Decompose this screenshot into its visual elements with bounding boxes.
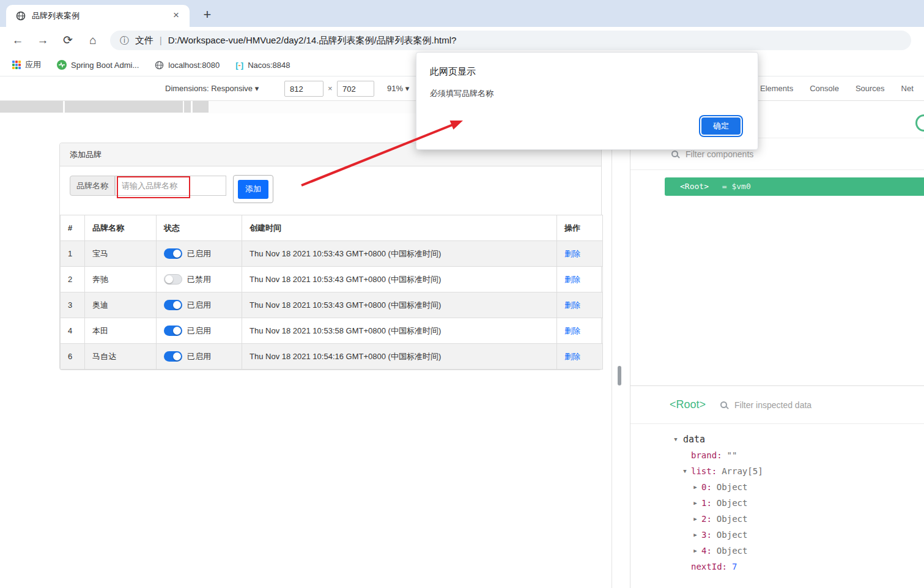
- bookmark-label: localhost:8080: [168, 61, 220, 70]
- browser-tab[interactable]: 品牌列表案例 ×: [6, 5, 190, 27]
- url-text: D:/Workspace-vue/HMVue2/day2/14.品牌列表案例/品…: [168, 35, 457, 47]
- dimensions-times-label: ×: [328, 84, 333, 93]
- zoom-dropdown[interactable]: 91% ▾: [387, 84, 409, 93]
- dialog-title: 此网页显示: [430, 66, 476, 78]
- viewport-height-input[interactable]: [337, 81, 374, 97]
- status-toggle[interactable]: [164, 351, 182, 362]
- bookmark-spring-boot-admin[interactable]: Spring Boot Admi...: [57, 60, 139, 70]
- brand-name: 奔驰: [85, 267, 157, 292]
- component-root-row[interactable]: <Root> = $vm0: [665, 177, 924, 196]
- devtools-panel: Elements Console Sources Net <Root> = $v…: [630, 76, 924, 588]
- inspector-pane: <Root> ▼data brand:"" ▼list:Array[5] ▶0:…: [630, 385, 924, 588]
- status-toggle[interactable]: [164, 326, 182, 336]
- created-time: Thu Nov 18 2021 10:53:43 GMT+0800 (中国标准时…: [242, 241, 557, 267]
- status-toggle[interactable]: [164, 300, 182, 310]
- created-time: Thu Nov 18 2021 10:53:43 GMT+0800 (中国标准时…: [242, 292, 557, 318]
- col-header-name: 品牌名称: [85, 215, 157, 241]
- browser-toolbar: ← → ⟳ ⌂ ⓘ 文件 | D:/Workspace-vue/HMVue2/d…: [0, 27, 924, 54]
- viewport-width-input[interactable]: [284, 81, 323, 97]
- new-tab-icon[interactable]: +: [198, 6, 216, 24]
- status-toggle[interactable]: [164, 248, 182, 259]
- disclosure-icon[interactable]: ▼: [681, 463, 689, 479]
- status-label: 已禁用: [187, 274, 211, 285]
- tab-elements[interactable]: Elements: [760, 84, 793, 93]
- back-icon[interactable]: ←: [9, 31, 27, 50]
- reload-icon[interactable]: ⟳: [59, 31, 77, 50]
- brand-name: 奥迪: [85, 292, 157, 318]
- inspector-header: <Root>: [630, 386, 924, 424]
- spring-boot-admin-icon: [57, 60, 67, 70]
- status-label: 已启用: [187, 300, 211, 311]
- address-bar[interactable]: ⓘ 文件 | D:/Workspace-vue/HMVue2/day2/14.品…: [110, 31, 911, 50]
- tab-network[interactable]: Net: [901, 84, 914, 93]
- zoom-value: 91%: [387, 84, 403, 93]
- add-brand-form: 品牌名称 添加: [60, 166, 601, 215]
- filter-inspected-data-input[interactable]: [734, 400, 881, 410]
- tree-item-list[interactable]: ▼list:Array[5]: [672, 463, 924, 479]
- bookmark-localhost[interactable]: localhost:8080: [155, 61, 220, 70]
- tree-item-list-1[interactable]: ▶1:Object: [672, 495, 924, 511]
- bookmark-apps[interactable]: 应用: [12, 59, 41, 70]
- filter-components-input[interactable]: [686, 149, 832, 159]
- brand-name: 宝马: [85, 241, 157, 267]
- tab-strip: 品牌列表案例 × +: [0, 0, 924, 27]
- add-brand-panel: 添加品牌 品牌名称 添加 # 品牌名称 状态 创建时间 操作 1: [59, 143, 602, 370]
- component-binding: = $vm0: [722, 182, 751, 191]
- created-time: Thu Nov 18 2021 10:53:43 GMT+0800 (中国标准时…: [242, 267, 557, 292]
- status-label: 已启用: [187, 248, 211, 259]
- table-row: 4 本田 已启用 Thu Nov 18 2021 10:53:58 GMT+08…: [61, 318, 603, 344]
- apps-grid-icon: [12, 61, 21, 69]
- delete-link[interactable]: 删除: [564, 275, 580, 284]
- info-icon[interactable]: ⓘ: [120, 35, 129, 47]
- tree-item-data[interactable]: ▼data: [672, 431, 924, 447]
- tab-sources[interactable]: Sources: [856, 84, 885, 93]
- brand-table: # 品牌名称 状态 创建时间 操作 1 宝马 已启用 Thu Nov 18 20…: [60, 215, 603, 370]
- col-header-status: 状态: [157, 215, 242, 241]
- tab-favicon-globe-icon: [16, 11, 26, 21]
- disclosure-icon[interactable]: ▶: [692, 495, 699, 511]
- delete-link[interactable]: 删除: [564, 300, 580, 310]
- tree-item-list-3[interactable]: ▶3:Object: [672, 527, 924, 543]
- tree-item-list-2[interactable]: ▶2:Object: [672, 511, 924, 527]
- add-button-outline: 添加: [233, 175, 273, 203]
- bookmark-label: 应用: [25, 59, 41, 70]
- forward-icon[interactable]: →: [34, 31, 52, 50]
- url-scheme-label: 文件: [135, 35, 153, 47]
- home-icon[interactable]: ⌂: [84, 31, 102, 50]
- nacos-icon: [-]: [235, 59, 243, 70]
- disclosure-icon[interactable]: ▶: [692, 527, 699, 543]
- tree-item-list-4[interactable]: ▶4:Object: [672, 543, 924, 559]
- dimensions-dropdown[interactable]: Dimensions: Responsive ▾: [165, 84, 259, 93]
- scrollbar-thumb[interactable]: [618, 366, 621, 385]
- brand-name-input[interactable]: [115, 176, 226, 196]
- disclosure-icon[interactable]: ▶: [692, 543, 699, 559]
- disclosure-icon[interactable]: ▼: [672, 431, 679, 447]
- status-toggle[interactable]: [164, 274, 182, 285]
- col-header-created: 创建时间: [242, 215, 557, 241]
- chevron-down-icon: ▾: [405, 84, 410, 93]
- dialog-message: 必须填写品牌名称: [430, 88, 493, 99]
- tab-console[interactable]: Console: [810, 84, 839, 93]
- bookmark-nacos[interactable]: [-] Nacos:8848: [235, 59, 290, 70]
- row-index: 2: [61, 267, 85, 292]
- inspector-root-label: <Root>: [670, 398, 706, 411]
- tree-item-brand[interactable]: brand:"": [672, 447, 924, 463]
- dialog-ok-button[interactable]: 确定: [701, 117, 741, 135]
- delete-link[interactable]: 删除: [564, 326, 580, 335]
- component-name: <Root>: [680, 182, 709, 191]
- add-button[interactable]: 添加: [238, 180, 268, 199]
- page-viewport: 添加品牌 品牌名称 添加 # 品牌名称 状态 创建时间 操作 1: [0, 113, 612, 588]
- table-header-row: # 品牌名称 状态 创建时间 操作: [61, 215, 603, 241]
- table-row: 2 奔驰 已禁用 Thu Nov 18 2021 10:53:43 GMT+08…: [61, 267, 603, 292]
- disclosure-icon[interactable]: ▶: [692, 511, 699, 527]
- tree-item-list-0[interactable]: ▶0:Object: [672, 479, 924, 495]
- vue-logo-arc-icon: [915, 114, 924, 132]
- row-index: 6: [61, 344, 85, 370]
- delete-link[interactable]: 删除: [564, 249, 580, 258]
- delete-link[interactable]: 删除: [564, 352, 580, 361]
- disclosure-icon[interactable]: ▶: [692, 479, 699, 495]
- tree-item-nextid[interactable]: nextId:7: [672, 559, 924, 575]
- tab-close-icon[interactable]: ×: [170, 10, 182, 22]
- row-index: 3: [61, 292, 85, 318]
- row-index: 1: [61, 241, 85, 267]
